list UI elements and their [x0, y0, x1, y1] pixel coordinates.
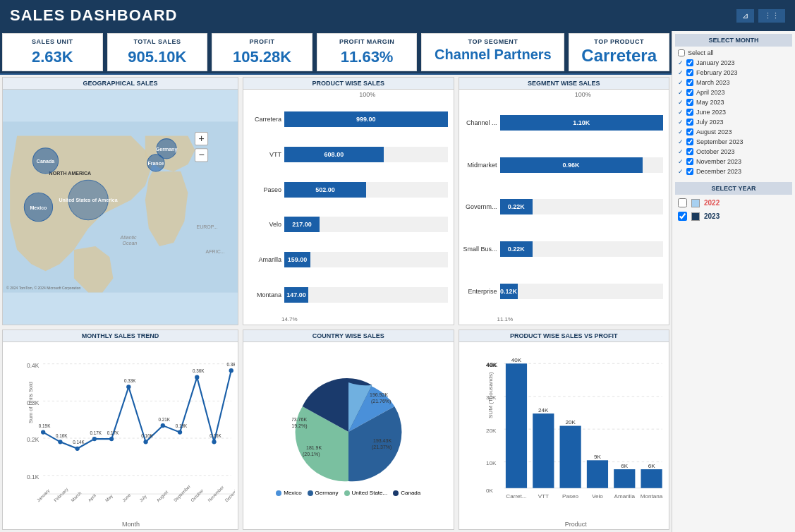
month-checkbox[interactable]: [686, 59, 693, 66]
svg-text:May: May: [104, 492, 115, 503]
svg-text:United States of America: United States of America: [59, 198, 118, 202]
year-checkbox[interactable]: [678, 212, 687, 221]
segment-bar-track: 0.22K: [500, 199, 664, 214]
svg-text:0.36K: 0.36K: [193, 368, 205, 373]
product-bar-fill: 502.00: [284, 182, 366, 198]
svg-text:Carret...: Carret...: [506, 493, 526, 500]
product-bar-label: Velo: [246, 221, 281, 228]
month-checkbox[interactable]: [686, 168, 693, 175]
month-checkbox[interactable]: [686, 128, 693, 135]
svg-text:0.19K: 0.19K: [176, 423, 188, 428]
product-bar-fill: 999.00: [284, 111, 448, 127]
month-filter-item[interactable]: ✓ February 2023: [675, 68, 792, 78]
month-label: Select all: [688, 49, 714, 56]
segment-bar-row: Governm... 0.22K: [462, 199, 664, 214]
month-checkbox[interactable]: [686, 148, 693, 155]
month-label: June 2023: [696, 109, 726, 116]
product-bar-track: 147.00: [284, 287, 448, 303]
svg-text:(21.37%): (21.37%): [372, 445, 392, 450]
menu-button[interactable]: ⋮⋮: [758, 9, 785, 23]
svg-text:(21.76%): (21.76%): [371, 399, 391, 404]
product-bar-label: Carretera: [246, 116, 281, 123]
month-filter-item[interactable]: Select all: [675, 48, 792, 58]
segment-bar-label: Channel ...: [462, 119, 497, 126]
month-filter-item[interactable]: ✓ December 2023: [675, 167, 792, 176]
month-filter-item[interactable]: ✓ April 2023: [675, 87, 792, 97]
segment-bar-row: Enterprise 0.12K: [462, 284, 664, 299]
svg-point-30: [41, 430, 45, 434]
svg-text:January: January: [36, 488, 51, 503]
segment-bar-label: Small Bus...: [462, 246, 497, 253]
svg-text:0.16K: 0.16K: [56, 433, 68, 438]
svg-text:Mexico: Mexico: [30, 205, 48, 210]
product-bar-chart: Carretera 999.00 VTT 608.00 Paseo 502.00…: [243, 99, 454, 315]
svg-text:August: August: [155, 489, 169, 503]
product-bar-row: Montana 147.00: [246, 287, 448, 303]
month-checkbox[interactable]: [686, 109, 693, 116]
product-bar-label: Paseo: [246, 186, 281, 193]
month-checkbox[interactable]: [686, 99, 693, 106]
svg-text:0.16K: 0.16K: [210, 433, 221, 438]
product-bar-label: VTT: [246, 151, 281, 158]
legend-canada: Canada: [393, 490, 420, 496]
year-filter-item[interactable]: 2022: [675, 196, 792, 210]
month-label: January 2023: [696, 59, 735, 66]
month-label: November 2023: [696, 158, 741, 165]
svg-point-32: [75, 447, 79, 451]
month-filter-item[interactable]: ✓ June 2023: [675, 107, 792, 117]
month-filter-item[interactable]: ✓ March 2023: [675, 78, 792, 87]
segment-bar-fill: 0.22K: [500, 199, 533, 214]
month-filter-item[interactable]: ✓ January 2023: [675, 58, 792, 68]
svg-text:NORTH AMERICA: NORTH AMERICA: [49, 171, 92, 176]
product-bar-label: Amarilla: [246, 256, 281, 263]
month-filter-item[interactable]: ✓ October 2023: [675, 147, 792, 157]
month-checkbox[interactable]: [686, 119, 693, 126]
segment-bar-row: Channel ... 1.10K: [462, 115, 664, 131]
svg-text:6K: 6K: [621, 463, 629, 469]
month-filter-item[interactable]: ✓ November 2023: [675, 157, 792, 167]
month-checkbox[interactable]: [686, 138, 693, 145]
year-filter-list: 2022 2023: [675, 196, 792, 223]
product-bar-row: VTT 608.00: [246, 147, 448, 162]
svg-point-31: [58, 440, 62, 444]
svg-text:July: July: [138, 493, 148, 503]
segment-bar-fill: 0.12K: [500, 284, 518, 299]
year-filter-item[interactable]: 2023: [675, 210, 792, 223]
product-bar-label: Montana: [246, 291, 281, 298]
month-label: February 2023: [696, 69, 738, 76]
product-bar-track: 159.00: [284, 252, 448, 267]
month-filter-item[interactable]: ✓ August 2023: [675, 127, 792, 137]
month-checkbox[interactable]: [686, 69, 693, 76]
month-checkbox[interactable]: [686, 89, 693, 96]
year-checkbox[interactable]: [678, 198, 687, 207]
month-label: October 2023: [696, 148, 735, 155]
svg-point-33: [92, 437, 97, 441]
svg-text:0.21K: 0.21K: [158, 417, 170, 422]
month-filter-item[interactable]: ✓ September 2023: [675, 137, 792, 147]
geo-svg: NORTH AMERICA Canada Mexico United State…: [3, 90, 238, 325]
month-checkbox[interactable]: [686, 79, 693, 86]
kpi-sales-unit: SALES UNIT 2.63K: [2, 33, 103, 71]
trend-x-label: Month: [27, 521, 235, 528]
kpi-profit-margin: PROFIT MARGIN 11.63%: [317, 33, 418, 71]
month-checkbox[interactable]: [678, 49, 685, 56]
svg-text:France: France: [147, 161, 164, 166]
svg-text:20K: 20K: [565, 419, 576, 425]
svg-point-34: [109, 437, 114, 441]
month-checkbox[interactable]: [686, 158, 693, 165]
filter-button[interactable]: ⊿: [736, 9, 754, 23]
svg-text:VTT: VTT: [538, 493, 548, 500]
country-title: COUNTRY WISE SALES: [243, 330, 454, 342]
kpi-profit: PROFIT 105.28K: [212, 33, 312, 71]
svg-point-39: [195, 375, 199, 379]
legend-dot-mexico: [276, 490, 281, 496]
product-bar-row: Carretera 999.00: [246, 111, 448, 127]
filter-month-title: SELECT MONTH: [675, 34, 792, 47]
segment-bar-label: Midmarket: [462, 162, 497, 169]
month-filter-item[interactable]: ✓ May 2023: [675, 97, 792, 107]
svg-text:24K: 24K: [538, 407, 549, 413]
month-label: May 2023: [696, 99, 724, 106]
svg-point-41: [229, 368, 233, 373]
month-filter-item[interactable]: ✓ July 2023: [675, 117, 792, 127]
product-bar-track: 502.00: [284, 182, 448, 198]
